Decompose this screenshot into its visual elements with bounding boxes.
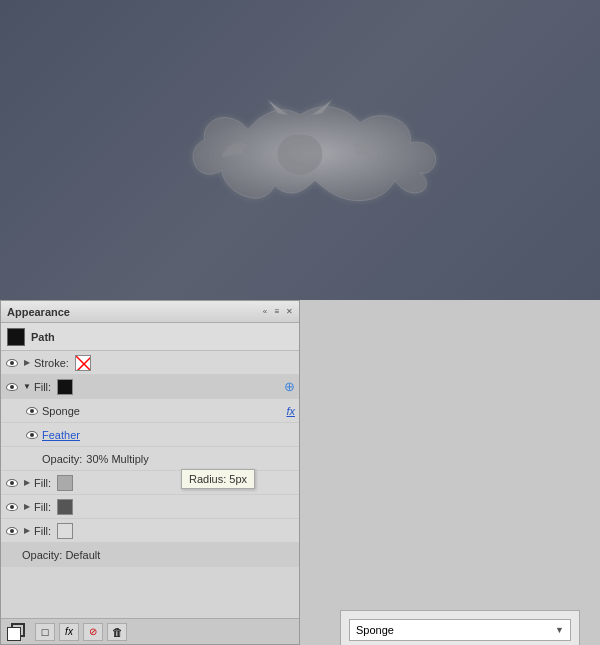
- stroke-label: Stroke:: [34, 357, 69, 369]
- bottom-panel: Appearance « ≡ ✕ Path ▶ Stroke:: [0, 300, 600, 645]
- fill-stroke-indicator: [5, 621, 27, 643]
- panel-menu-btn[interactable]: ≡: [273, 308, 281, 316]
- canvas-area: [0, 0, 600, 300]
- fill4-expand-arrow[interactable]: ▶: [22, 526, 32, 536]
- delete-btn[interactable]: 🗑: [107, 623, 127, 641]
- fill3-expand-arrow[interactable]: ▶: [22, 502, 32, 512]
- fill2-expand-arrow[interactable]: ▶: [22, 478, 32, 488]
- fill3-row: ▶ Fill:: [1, 495, 299, 519]
- sponge-panel: Sponge ▼ Brush Size 0 Definition 10 Smoo…: [340, 610, 580, 645]
- fill3-visibility-eye[interactable]: [5, 501, 19, 513]
- fill2-visibility-eye[interactable]: [5, 477, 19, 489]
- fill-expand-arrow[interactable]: ▼: [22, 382, 32, 392]
- fill-link-icon[interactable]: ⊕: [284, 379, 295, 394]
- dropdown-arrow-icon: ▼: [555, 625, 564, 635]
- fill3-label: Fill:: [34, 501, 51, 513]
- opacity-value[interactable]: 30% Multiply: [86, 453, 148, 465]
- fill-row: ▼ Fill: ⊕: [1, 375, 299, 399]
- fill4-visibility-eye[interactable]: [5, 525, 19, 537]
- fx-btn[interactable]: fx: [59, 623, 79, 641]
- feather-row: Feather: [1, 423, 299, 447]
- appearance-toolbar: □ fx ⊘ 🗑: [1, 618, 299, 644]
- clear-btn[interactable]: ⊘: [83, 623, 103, 641]
- fill2-color-swatch[interactable]: [57, 475, 73, 491]
- fill4-color-swatch[interactable]: [57, 523, 73, 539]
- fill3-color-swatch[interactable]: [57, 499, 73, 515]
- sponge-visibility-eye[interactable]: [25, 405, 39, 417]
- sponge-label: Sponge: [42, 405, 80, 417]
- opacity-default-row: Opacity: Default: [1, 543, 299, 567]
- opacity-default-label: Opacity: Default: [22, 549, 100, 561]
- tooltip: Radius: 5px: [181, 469, 255, 489]
- batman-logo: [160, 80, 440, 220]
- tooltip-text: Radius: 5px: [189, 473, 247, 485]
- stroke-visibility-eye[interactable]: [5, 357, 19, 369]
- appearance-panel-title: Appearance: [7, 306, 70, 318]
- sponge-dropdown[interactable]: Sponge ▼: [349, 619, 571, 641]
- sponge-fx-link[interactable]: fx: [286, 405, 295, 417]
- path-thumbnail: [7, 328, 25, 346]
- fill-label: Fill:: [34, 381, 51, 393]
- fill4-label: Fill:: [34, 525, 51, 537]
- stroke-color-swatch[interactable]: [75, 355, 91, 371]
- opacity-label: Opacity:: [42, 453, 82, 465]
- stroke-expand-arrow[interactable]: ▶: [22, 358, 32, 368]
- panel-close-btn[interactable]: ✕: [285, 308, 293, 316]
- fill-color-swatch[interactable]: [57, 379, 73, 395]
- path-row: Path: [1, 323, 299, 351]
- stroke-row: ▶ Stroke:: [1, 351, 299, 375]
- new-item-btn[interactable]: □: [35, 623, 55, 641]
- fill4-row: ▶ Fill:: [1, 519, 299, 543]
- fill-visibility-eye[interactable]: [5, 381, 19, 393]
- fill2-label: Fill:: [34, 477, 51, 489]
- path-label: Path: [31, 331, 55, 343]
- fill-box: [7, 627, 21, 641]
- feather-label[interactable]: Feather: [42, 429, 80, 441]
- appearance-header: Appearance « ≡ ✕: [1, 301, 299, 323]
- appearance-panel: Appearance « ≡ ✕ Path ▶ Stroke:: [0, 300, 300, 645]
- opacity-row: Opacity: 30% Multiply: [1, 447, 299, 471]
- panel-collapse-btn[interactable]: «: [261, 308, 269, 316]
- sponge-dropdown-label: Sponge: [356, 624, 394, 636]
- sponge-row: Sponge fx: [1, 399, 299, 423]
- feather-visibility-eye[interactable]: [25, 429, 39, 441]
